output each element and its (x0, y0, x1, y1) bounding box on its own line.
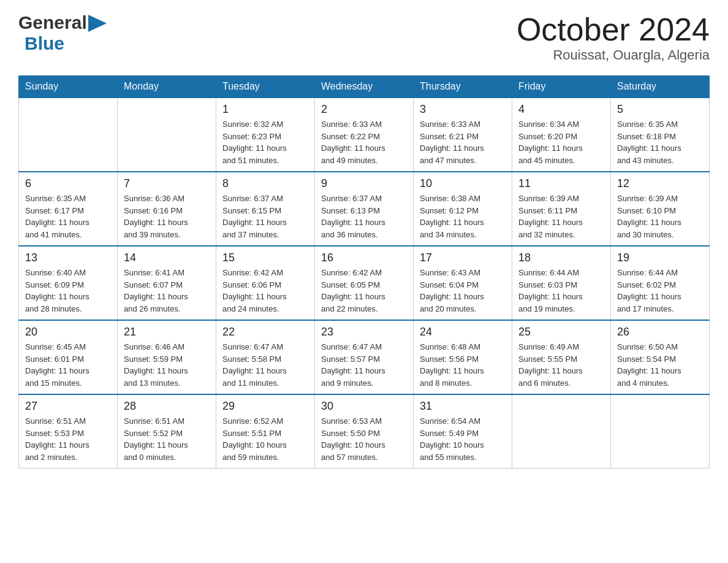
day-number: 19 (617, 251, 703, 264)
day-info: Sunrise: 6:38 AM Sunset: 6:12 PM Dayligh… (420, 193, 506, 240)
calendar-cell: 5Sunrise: 6:35 AM Sunset: 6:18 PM Daylig… (611, 98, 710, 172)
day-info: Sunrise: 6:52 AM Sunset: 5:51 PM Dayligh… (222, 415, 308, 463)
day-number: 21 (124, 326, 210, 339)
calendar-cell: 16Sunrise: 6:42 AM Sunset: 6:05 PM Dayli… (315, 246, 414, 320)
day-info: Sunrise: 6:41 AM Sunset: 6:07 PM Dayligh… (124, 267, 210, 315)
page-header: General Blue October 2024 Rouissat, Ouar… (18, 12, 710, 63)
page-title: October 2024 (517, 12, 710, 47)
day-number: 4 (518, 103, 604, 116)
calendar-cell: 2Sunrise: 6:33 AM Sunset: 6:22 PM Daylig… (315, 98, 414, 172)
day-number: 11 (518, 177, 604, 190)
day-number: 22 (222, 326, 308, 339)
calendar-weekday-monday: Monday (118, 76, 216, 98)
day-number: 29 (222, 400, 308, 413)
calendar-cell: 15Sunrise: 6:42 AM Sunset: 6:06 PM Dayli… (216, 246, 315, 320)
day-info: Sunrise: 6:42 AM Sunset: 6:06 PM Dayligh… (222, 267, 308, 315)
calendar-cell: 17Sunrise: 6:43 AM Sunset: 6:04 PM Dayli… (414, 246, 512, 320)
day-info: Sunrise: 6:51 AM Sunset: 5:52 PM Dayligh… (124, 415, 210, 463)
calendar-week-row: 27Sunrise: 6:51 AM Sunset: 5:53 PM Dayli… (19, 394, 710, 469)
calendar-cell: 3Sunrise: 6:33 AM Sunset: 6:21 PM Daylig… (414, 98, 512, 172)
day-number: 1 (222, 103, 308, 116)
calendar-week-row: 1Sunrise: 6:32 AM Sunset: 6:23 PM Daylig… (19, 98, 710, 172)
day-number: 3 (420, 103, 506, 116)
calendar-cell: 22Sunrise: 6:47 AM Sunset: 5:58 PM Dayli… (216, 320, 315, 394)
day-number: 15 (222, 251, 308, 264)
day-number: 27 (25, 400, 111, 413)
day-info: Sunrise: 6:33 AM Sunset: 6:21 PM Dayligh… (420, 118, 506, 166)
day-info: Sunrise: 6:53 AM Sunset: 5:50 PM Dayligh… (321, 415, 407, 463)
calendar-weekday-thursday: Thursday (414, 76, 512, 98)
calendar-weekday-wednesday: Wednesday (315, 76, 414, 98)
day-info: Sunrise: 6:34 AM Sunset: 6:20 PM Dayligh… (518, 118, 604, 166)
day-info: Sunrise: 6:35 AM Sunset: 6:18 PM Dayligh… (617, 118, 703, 166)
calendar-cell: 24Sunrise: 6:48 AM Sunset: 5:56 PM Dayli… (414, 320, 512, 394)
day-number: 20 (25, 326, 111, 339)
day-info: Sunrise: 6:42 AM Sunset: 6:05 PM Dayligh… (321, 267, 407, 315)
calendar-cell: 12Sunrise: 6:39 AM Sunset: 6:10 PM Dayli… (611, 172, 710, 246)
page-subtitle: Rouissat, Ouargla, Algeria (517, 47, 710, 63)
calendar-cell (19, 98, 118, 172)
logo: General Blue (18, 12, 107, 54)
day-number: 2 (321, 103, 407, 116)
day-info: Sunrise: 6:45 AM Sunset: 6:01 PM Dayligh… (25, 341, 111, 389)
day-number: 17 (420, 251, 506, 264)
day-number: 13 (25, 251, 111, 264)
day-info: Sunrise: 6:49 AM Sunset: 5:55 PM Dayligh… (518, 341, 604, 389)
calendar-table: SundayMondayTuesdayWednesdayThursdayFrid… (18, 75, 710, 469)
day-info: Sunrise: 6:37 AM Sunset: 6:13 PM Dayligh… (321, 193, 407, 240)
day-number: 8 (222, 177, 308, 190)
day-number: 31 (420, 400, 506, 413)
calendar-cell: 28Sunrise: 6:51 AM Sunset: 5:52 PM Dayli… (118, 394, 216, 469)
day-number: 24 (420, 326, 506, 339)
calendar-cell: 30Sunrise: 6:53 AM Sunset: 5:50 PM Dayli… (315, 394, 414, 469)
day-info: Sunrise: 6:37 AM Sunset: 6:15 PM Dayligh… (222, 193, 308, 240)
calendar-cell: 27Sunrise: 6:51 AM Sunset: 5:53 PM Dayli… (19, 394, 118, 469)
title-block: October 2024 Rouissat, Ouargla, Algeria (517, 12, 710, 63)
day-info: Sunrise: 6:44 AM Sunset: 6:02 PM Dayligh… (617, 267, 703, 315)
day-number: 23 (321, 326, 407, 339)
day-info: Sunrise: 6:54 AM Sunset: 5:49 PM Dayligh… (420, 415, 506, 463)
day-info: Sunrise: 6:44 AM Sunset: 6:03 PM Dayligh… (518, 267, 604, 315)
calendar-cell: 4Sunrise: 6:34 AM Sunset: 6:20 PM Daylig… (512, 98, 611, 172)
day-number: 12 (617, 177, 703, 190)
calendar-cell: 19Sunrise: 6:44 AM Sunset: 6:02 PM Dayli… (611, 246, 710, 320)
calendar-week-row: 13Sunrise: 6:40 AM Sunset: 6:09 PM Dayli… (19, 246, 710, 320)
day-number: 30 (321, 400, 407, 413)
day-info: Sunrise: 6:46 AM Sunset: 5:59 PM Dayligh… (124, 341, 210, 389)
calendar-cell: 14Sunrise: 6:41 AM Sunset: 6:07 PM Dayli… (118, 246, 216, 320)
calendar-cell (611, 394, 710, 469)
day-info: Sunrise: 6:39 AM Sunset: 6:11 PM Dayligh… (518, 193, 604, 240)
logo-general-text: General (18, 12, 87, 33)
calendar-cell: 23Sunrise: 6:47 AM Sunset: 5:57 PM Dayli… (315, 320, 414, 394)
day-number: 7 (124, 177, 210, 190)
calendar-cell: 31Sunrise: 6:54 AM Sunset: 5:49 PM Dayli… (414, 394, 512, 469)
logo-triangle-icon (88, 15, 107, 32)
calendar-weekday-friday: Friday (512, 76, 611, 98)
calendar-cell: 18Sunrise: 6:44 AM Sunset: 6:03 PM Dayli… (512, 246, 611, 320)
day-number: 9 (321, 177, 407, 190)
day-info: Sunrise: 6:33 AM Sunset: 6:22 PM Dayligh… (321, 118, 407, 166)
day-info: Sunrise: 6:47 AM Sunset: 5:57 PM Dayligh… (321, 341, 407, 389)
day-info: Sunrise: 6:32 AM Sunset: 6:23 PM Dayligh… (222, 118, 308, 166)
day-number: 10 (420, 177, 506, 190)
day-info: Sunrise: 6:35 AM Sunset: 6:17 PM Dayligh… (25, 193, 111, 240)
day-number: 25 (518, 326, 604, 339)
calendar-cell (118, 98, 216, 172)
calendar-cell: 8Sunrise: 6:37 AM Sunset: 6:15 PM Daylig… (216, 172, 315, 246)
logo-blue-text: Blue (25, 33, 64, 54)
day-info: Sunrise: 6:43 AM Sunset: 6:04 PM Dayligh… (420, 267, 506, 315)
calendar-header-row: SundayMondayTuesdayWednesdayThursdayFrid… (19, 76, 710, 98)
calendar-cell (512, 394, 611, 469)
calendar-week-row: 6Sunrise: 6:35 AM Sunset: 6:17 PM Daylig… (19, 172, 710, 246)
calendar-weekday-tuesday: Tuesday (216, 76, 315, 98)
calendar-cell: 6Sunrise: 6:35 AM Sunset: 6:17 PM Daylig… (19, 172, 118, 246)
calendar-cell: 25Sunrise: 6:49 AM Sunset: 5:55 PM Dayli… (512, 320, 611, 394)
day-info: Sunrise: 6:40 AM Sunset: 6:09 PM Dayligh… (25, 267, 111, 315)
day-info: Sunrise: 6:48 AM Sunset: 5:56 PM Dayligh… (420, 341, 506, 389)
calendar-cell: 29Sunrise: 6:52 AM Sunset: 5:51 PM Dayli… (216, 394, 315, 469)
day-info: Sunrise: 6:36 AM Sunset: 6:16 PM Dayligh… (124, 193, 210, 240)
svg-marker-0 (88, 15, 107, 32)
day-number: 26 (617, 326, 703, 339)
calendar-weekday-saturday: Saturday (611, 76, 710, 98)
calendar-cell: 11Sunrise: 6:39 AM Sunset: 6:11 PM Dayli… (512, 172, 611, 246)
